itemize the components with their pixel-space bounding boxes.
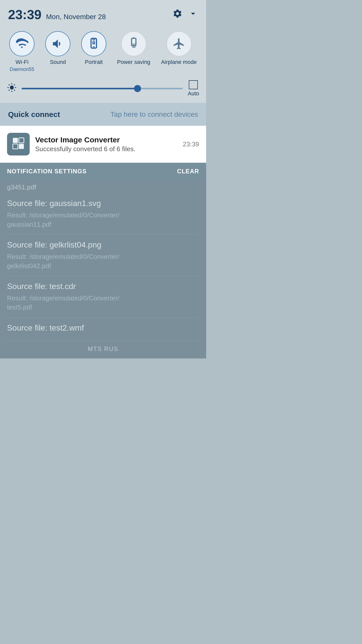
qs-airplane[interactable]: Airplane mode — [161, 31, 197, 65]
file-item-1: Source file: gaussian1.svg Result: /stor… — [7, 193, 199, 235]
file-source-3: Source file: test.cdr — [7, 282, 199, 291]
notif-body: Vector Image Converter Successfully conv… — [35, 136, 177, 153]
notif-title: Vector Image Converter — [35, 136, 177, 144]
svg-line-11 — [9, 85, 10, 85]
status-date: Mon, November 28 — [46, 13, 106, 21]
quick-connect-bar[interactable]: Quick connect Tap here to connect device… — [0, 103, 206, 126]
file-source-4: Source file: test2.wmf — [7, 323, 199, 333]
wifi-sublabel: Daemon55 — [10, 66, 34, 72]
file-list: g3451.pdf Source file: gaussian1.svg Res… — [0, 180, 206, 341]
notif-app-icon — [7, 133, 30, 155]
notif-time: 23:39 — [183, 140, 199, 148]
file-result-2: Result: /storage/emulated/0/Converter/ge… — [7, 252, 199, 270]
svg-line-13 — [14, 85, 15, 85]
svg-line-12 — [14, 90, 15, 91]
carrier-bar: MTS RUS — [0, 341, 206, 358]
brightness-slider[interactable] — [22, 85, 183, 93]
portrait-label: Portrait — [85, 59, 103, 65]
file-item-3: Source file: test.cdr Result: /storage/e… — [7, 276, 199, 318]
qs-wifi[interactable]: Wi-Fi Daemon55 — [9, 31, 34, 72]
airplane-label: Airplane mode — [161, 59, 197, 65]
sound-label: Sound — [50, 59, 66, 65]
brightness-icon — [7, 83, 17, 94]
quick-settings-row: Wi-Fi Daemon55 Sound Portrait — [0, 27, 206, 78]
svg-rect-1 — [93, 47, 95, 47]
wifi-label: Wi-Fi — [16, 59, 28, 65]
qs-power-saving[interactable]: ♻ Power saving — [117, 31, 150, 65]
notification-settings-bar: NOTIFICATION SETTINGS CLEAR — [0, 163, 206, 180]
qs-portrait[interactable]: Portrait — [81, 31, 106, 65]
quick-connect-action[interactable]: Tap here to connect devices — [110, 110, 198, 118]
notif-message: Successfully converted 6 of 6 files. — [35, 145, 177, 153]
svg-point-6 — [10, 86, 14, 90]
file-list-header: g3451.pdf — [7, 180, 199, 193]
svg-rect-18 — [19, 144, 24, 149]
file-result-3: Result: /storage/emulated/0/Converter/te… — [7, 294, 199, 312]
auto-brightness-toggle[interactable]: Auto — [188, 80, 199, 97]
file-item-4: Source file: test2.wmf — [7, 318, 199, 341]
notif-clear-button[interactable]: CLEAR — [177, 168, 199, 175]
notif-icon-letter — [11, 136, 26, 152]
file-item-2: Source file: gelkrlist04.png Result: /st… — [7, 235, 199, 276]
status-time: 23:39 — [8, 7, 41, 22]
svg-rect-16 — [19, 138, 24, 143]
svg-line-14 — [9, 90, 10, 91]
auto-label: Auto — [188, 90, 199, 97]
gear-icon[interactable] — [172, 9, 183, 21]
file-source-2: Source file: gelkrlist04.png — [7, 240, 199, 250]
svg-rect-17 — [13, 144, 18, 149]
file-result-1: Result: /storage/emulated/0/Converter/ga… — [7, 211, 199, 229]
qs-sound[interactable]: Sound — [45, 31, 70, 65]
carrier-text: MTS RUS — [88, 345, 118, 352]
power-saving-label: Power saving — [117, 59, 150, 65]
svg-rect-15 — [13, 138, 18, 143]
file-source-1: Source file: gaussian1.svg — [7, 199, 199, 208]
chevron-down-icon[interactable] — [188, 9, 198, 21]
notif-settings-label[interactable]: NOTIFICATION SETTINGS — [7, 168, 87, 175]
notification-card[interactable]: Vector Image Converter Successfully conv… — [0, 126, 206, 163]
status-bar: 23:39 Mon, November 28 — [0, 0, 206, 27]
svg-text:♻: ♻ — [132, 45, 135, 49]
quick-connect-label: Quick connect — [8, 110, 60, 119]
svg-rect-2 — [93, 42, 95, 45]
brightness-row: Auto — [0, 78, 206, 103]
